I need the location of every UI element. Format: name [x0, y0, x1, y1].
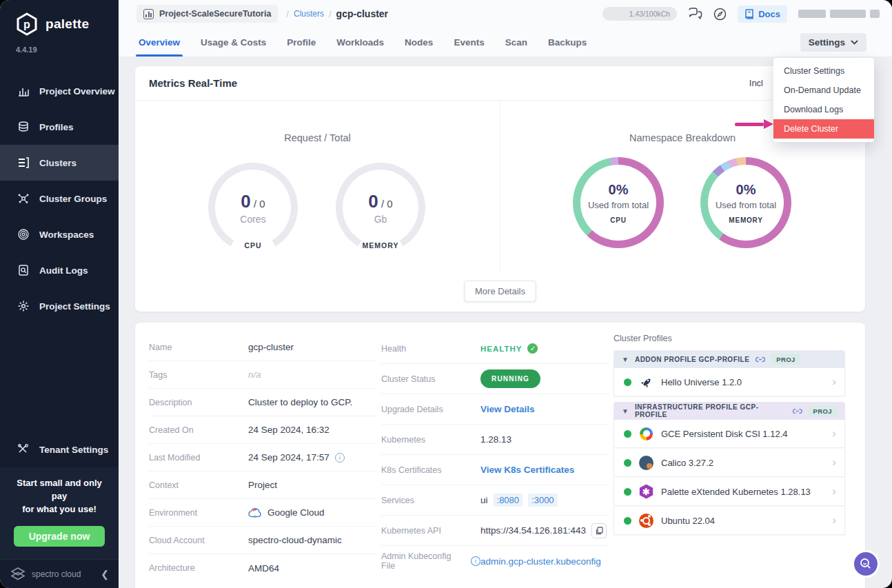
- detail-row-cloud-account: Cloud Account spectro-cloud-dynamic: [149, 527, 376, 554]
- sidebar-item-project-settings[interactable]: Project Settings: [0, 288, 119, 324]
- sidebar-item-label: Clusters: [39, 158, 77, 168]
- kubeconfig-download-link[interactable]: admin.gcp-cluster.kubeconfig: [480, 556, 601, 567]
- help-search-fab[interactable]: [852, 550, 880, 578]
- memory-donut-caption: Used from total: [716, 200, 776, 210]
- breadcrumb-clusters-link[interactable]: Clusters: [294, 9, 324, 19]
- docs-button[interactable]: Docs: [738, 6, 787, 23]
- layers-icon: [17, 121, 30, 133]
- link-icon[interactable]: [793, 408, 802, 414]
- cpu-donut-ring: 0% Used from total CPU: [573, 157, 664, 248]
- sidebar-item-audit-logs[interactable]: Audit Logs: [0, 252, 119, 288]
- tab-backups[interactable]: Backups: [548, 28, 587, 57]
- tab-usage-costs[interactable]: Usage & Costs: [201, 28, 266, 57]
- info-icon[interactable]: i: [471, 556, 480, 566]
- profile-layer-gce-csi[interactable]: GCE Persistent Disk CSI 1.12.4 ›: [614, 420, 845, 448]
- calico-icon: [639, 456, 653, 470]
- cpu-donut-label: CPU: [610, 216, 627, 224]
- more-details-button[interactable]: More Details: [464, 281, 536, 302]
- sidebar-item-workspaces[interactable]: Workspaces: [0, 216, 119, 252]
- status-dot: [624, 430, 631, 438]
- project-selector[interactable]: Project-ScaleSecureTutoria: [136, 5, 278, 23]
- explore-button[interactable]: [713, 8, 727, 21]
- tab-workloads[interactable]: Workloads: [336, 28, 384, 57]
- detail-row-kubernetes-api: Kubernetes API https://34.54.126.181:443: [381, 516, 609, 546]
- gear-icon: [17, 300, 30, 312]
- details-middle-column: Health HEALTHY✓ Cluster Status RUNNING U…: [381, 334, 609, 576]
- infrastructure-profile-header[interactable]: ▼ INFRASTRUCTURE PROFILE GCP-PROFILE PRO…: [614, 402, 845, 420]
- sidebar-item-clusters[interactable]: Clusters: [0, 145, 119, 181]
- service-name: ui: [480, 495, 488, 505]
- detail-row-name: Name gcp-cluster: [149, 334, 376, 361]
- feedback-button[interactable]: [688, 8, 702, 21]
- sidebar-nav: Project Overview Profiles Clusters Clust…: [0, 73, 119, 324]
- proj-scope-badge: PROJ: [771, 354, 800, 365]
- sidebar-bottom: Tenant Settings Start small and only pay…: [0, 432, 119, 588]
- memory-unit: Gb: [374, 214, 387, 225]
- cluster-profiles-panel: Cluster Profiles ▼ ADDON PROFILE GCP-PRO…: [614, 334, 845, 535]
- view-details-link[interactable]: View Details: [480, 404, 535, 414]
- info-icon[interactable]: i: [335, 453, 345, 463]
- cpu-donut: 0% Used from total CPU: [573, 157, 664, 248]
- collapse-sidebar-icon[interactable]: ❮: [101, 569, 109, 580]
- menu-item-cluster-settings[interactable]: Cluster Settings: [773, 61, 874, 81]
- settings-dropdown-button[interactable]: Settings: [800, 33, 866, 52]
- detail-row-last-modified: Last Modified 24 Sep 2024, 17:57i: [149, 444, 376, 472]
- menu-item-on-demand-update[interactable]: On-Demand Update: [773, 81, 874, 100]
- cpu-total: 0: [259, 198, 265, 210]
- metrics-card: Metrics Real-Time Incl Request / Total 0…: [135, 66, 865, 312]
- sidebar-item-cluster-groups[interactable]: Cluster Groups: [0, 181, 119, 216]
- service-port-link[interactable]: :8080: [494, 494, 523, 507]
- svg-text:p: p: [23, 19, 30, 30]
- service-port-link[interactable]: :3000: [528, 494, 558, 507]
- app-version: 4.4.19: [0, 36, 119, 54]
- tab-nodes[interactable]: Nodes: [405, 28, 433, 57]
- memory-donut-label: MEMORY: [729, 216, 762, 224]
- tab-overview[interactable]: Overview: [139, 28, 180, 57]
- tab-profile[interactable]: Profile: [287, 28, 316, 57]
- copy-icon: [596, 527, 603, 535]
- profile-layer-ubuntu[interactable]: Ubuntu 22.04 ›: [614, 507, 845, 535]
- status-dot: [624, 488, 631, 496]
- gauge-separator: /: [381, 198, 384, 210]
- user-account-redacted[interactable]: [798, 10, 880, 18]
- detail-row-tags: Tags n/a: [149, 361, 376, 389]
- menu-item-delete-cluster[interactable]: Delete Cluster: [773, 119, 874, 139]
- cpu-donut-caption: Used from total: [588, 200, 649, 210]
- status-dot: [624, 517, 631, 525]
- tab-scan[interactable]: Scan: [505, 28, 527, 57]
- memory-gauge-arc: 0 / 0 Gb: [336, 163, 425, 252]
- chat-bubbles-icon: [688, 8, 702, 21]
- sidebar-item-project-overview[interactable]: Project Overview: [0, 73, 119, 109]
- chevron-right-icon: ›: [832, 456, 836, 469]
- addon-profile-header[interactable]: ▼ ADDON PROFILE GCP-PROFILE PROJ: [614, 350, 845, 368]
- usage-quota-badge[interactable]: 1.43/100kCh: [602, 7, 677, 21]
- project-chart-icon: [143, 9, 154, 19]
- detail-row-created-on: Created On 24 Sep 2024, 16:32: [149, 416, 376, 444]
- chevron-down-icon: [851, 40, 858, 45]
- compass-icon: [713, 8, 727, 21]
- link-icon[interactable]: [756, 356, 765, 363]
- chevron-right-icon: ›: [832, 375, 836, 389]
- menu-item-download-logs[interactable]: Download Logs: [773, 100, 874, 119]
- memory-donut: 0% Used from total MEMORY: [700, 157, 791, 248]
- profile-layer-hello-universe[interactable]: Hello Universe 1.2.0 ›: [614, 368, 845, 396]
- sidebar-item-label: Cluster Groups: [39, 194, 107, 204]
- sidebar-item-tenant-settings[interactable]: Tenant Settings: [0, 432, 119, 467]
- tab-events[interactable]: Events: [454, 28, 484, 57]
- metrics-body: Request / Total 0 / 0 Cores CPU 0 / 0: [135, 101, 865, 312]
- profile-layer-pxk[interactable]: ✱ Palette eXtended Kubernetes 1.28.13 ›: [614, 478, 845, 506]
- tools-icon: [17, 443, 30, 456]
- copy-button[interactable]: [591, 523, 607, 538]
- upgrade-now-button[interactable]: Upgrade now: [14, 526, 105, 547]
- spectro-cloud-label: spectro cloud: [32, 569, 81, 579]
- view-k8s-certificates-link[interactable]: View K8s Certificates: [480, 465, 574, 475]
- profile-layer-calico[interactable]: Calico 3.27.2 ›: [614, 449, 845, 477]
- detail-row-upgrade-details: Upgrade Details View Details: [381, 394, 609, 425]
- sidebar-item-profiles[interactable]: Profiles: [0, 109, 119, 145]
- palette-logo-icon: p: [15, 12, 39, 36]
- cpu-gauge: 0 / 0 Cores CPU: [208, 163, 298, 250]
- brand: p palette: [0, 0, 119, 36]
- bar-chart-icon: [17, 85, 30, 97]
- sidebar-item-label: Tenant Settings: [39, 445, 108, 455]
- rocket-icon: [639, 375, 653, 389]
